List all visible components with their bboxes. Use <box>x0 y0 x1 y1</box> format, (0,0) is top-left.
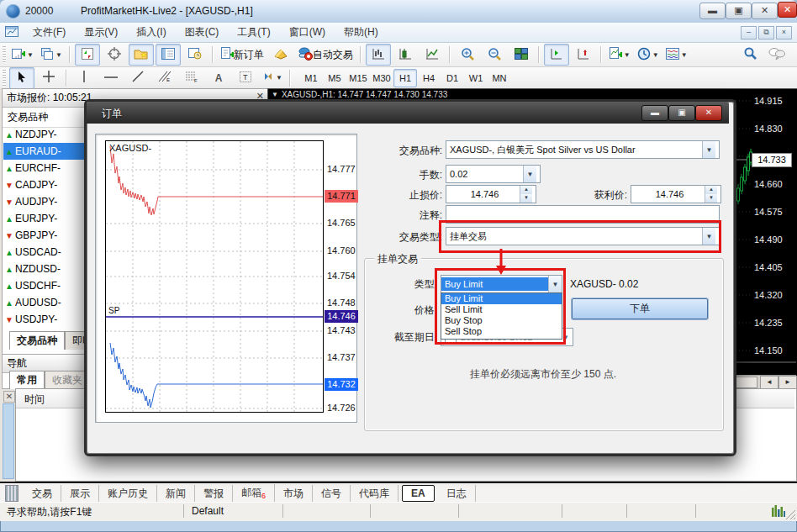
tf-mn-button[interactable]: MN <box>488 69 511 87</box>
tab-account-history[interactable]: 账户历史 <box>99 485 157 503</box>
stop-loss-spinner[interactable]: 14.746 ▲▼ <box>446 185 536 203</box>
autotrading-button[interactable]: 自动交易 <box>295 44 356 66</box>
bar-chart-button[interactable] <box>366 44 391 66</box>
tab-signals[interactable]: 信号 <box>313 485 351 503</box>
zoom-in-button[interactable] <box>455 44 480 66</box>
menu-help[interactable]: 帮助(H) <box>335 23 388 42</box>
tf-w1-button[interactable]: W1 <box>464 69 488 87</box>
tab-exposure[interactable]: 展示 <box>61 485 99 503</box>
tab-journal[interactable]: 日志 <box>438 485 476 503</box>
vline-tool-button[interactable] <box>71 67 97 89</box>
line-chart-button[interactable] <box>420 44 445 66</box>
symbol-combobox[interactable]: XAGUSD-, 白银美元 Spot Silver vs US Dollar ▼ <box>446 140 720 159</box>
minimize-button[interactable]: ▬ <box>699 3 726 19</box>
tf-h1-button[interactable]: H1 <box>393 69 417 87</box>
scroll-right-button[interactable]: ► <box>779 376 797 389</box>
market-watch-row[interactable]: USDJPY- <box>3 311 96 328</box>
child-minimize-button[interactable]: – <box>741 26 757 40</box>
new-order-button[interactable]: 新订单 <box>218 44 267 66</box>
menu-tools[interactable]: 工具(T) <box>228 23 279 42</box>
scroll-left-button[interactable]: ◄ <box>760 376 779 389</box>
terminal-button[interactable] <box>156 44 181 66</box>
tf-h4-button[interactable]: H4 <box>417 69 441 87</box>
menu-view[interactable]: 显示(V) <box>75 23 127 42</box>
tab-favorites[interactable]: 收藏夹 <box>45 371 90 389</box>
panel-handle-icon[interactable] <box>5 485 18 502</box>
resize-grip[interactable] <box>785 509 796 520</box>
spinner-buttons[interactable]: ▲▼ <box>705 186 717 203</box>
chart-menu-icon[interactable]: ▼ <box>272 91 278 98</box>
volume-combobox[interactable]: 0.02 ▼ <box>446 165 541 183</box>
tf-d1-button[interactable]: D1 <box>441 69 464 87</box>
market-watch-button[interactable] <box>75 44 100 66</box>
text-tool-button[interactable]: A <box>206 67 231 89</box>
title-bar[interactable]: 20000 ProfitMarketHK-Live2 - [XAGUSD-,H1… <box>0 0 797 23</box>
tile-windows-button[interactable] <box>509 44 534 66</box>
status-profile[interactable]: Default <box>192 505 224 517</box>
symbol-column-header[interactable]: 交易品种 <box>3 108 97 128</box>
navigator-button[interactable] <box>129 44 154 66</box>
spin-up-icon[interactable]: ▲ <box>520 186 532 194</box>
tab-trade[interactable]: 交易 <box>24 485 61 503</box>
spin-down-icon[interactable]: ▼ <box>705 194 717 203</box>
chevron-down-icon[interactable]: ▼ <box>523 166 536 182</box>
trendline-tool-button[interactable] <box>125 67 150 89</box>
tab-common[interactable]: 常用 <box>9 371 45 389</box>
tf-m5-button[interactable]: M5 <box>323 69 346 87</box>
channel-tool-button[interactable]: E <box>152 67 177 89</box>
dialog-close-button[interactable]: ✕ <box>695 105 722 121</box>
close-button[interactable]: ✕ <box>752 3 778 19</box>
maximize-button[interactable]: ▣ <box>726 3 752 19</box>
child-restore-button[interactable]: ⧉ <box>758 26 774 40</box>
menu-charts[interactable]: 图表(C) <box>176 23 229 42</box>
candlestick-button[interactable] <box>393 44 418 66</box>
label-tool-button[interactable]: T <box>233 67 258 89</box>
spin-down-icon[interactable]: ▼ <box>520 194 532 203</box>
dialog-minimize-button[interactable]: ▬ <box>641 105 668 121</box>
market-watch-row[interactable]: AUDJPY- <box>3 193 96 210</box>
new-chart-button[interactable]: ▼ <box>9 44 36 66</box>
cursor-tool-button[interactable] <box>9 67 34 89</box>
metaeditor-button[interactable] <box>268 44 293 66</box>
community-button[interactable] <box>764 44 789 66</box>
auto-scroll-button[interactable] <box>571 44 596 66</box>
child-close-button[interactable]: × <box>776 26 792 40</box>
menu-file[interactable]: 文件(F) <box>24 23 75 42</box>
periods-button[interactable]: ▼ <box>635 44 662 66</box>
tab-market[interactable]: 市场 <box>275 485 313 503</box>
profiles-button[interactable]: ▼ <box>38 44 65 66</box>
spinner-buttons[interactable]: ▲▼ <box>520 186 532 203</box>
market-watch-row[interactable]: GBPJPY- <box>3 227 96 244</box>
market-watch-row[interactable]: CADJPY- <box>3 176 96 193</box>
time-column-header[interactable]: 时间 <box>24 392 45 407</box>
dialog-title-bar[interactable]: 订单 ▬ ▣ ✕ <box>87 102 729 124</box>
tab-news[interactable]: 新闻 <box>157 485 195 503</box>
market-watch-row-selected[interactable]: EURAUD- <box>3 143 96 160</box>
menu-window[interactable]: 窗口(W) <box>280 23 335 42</box>
market-watch-row[interactable]: AUDUSD- <box>3 294 96 311</box>
data-window-button[interactable] <box>102 44 127 66</box>
chart-shift-button[interactable] <box>544 44 569 66</box>
zoom-out-button[interactable] <box>482 44 507 66</box>
market-watch-row[interactable]: NZDUSD- <box>3 261 96 277</box>
tf-m15-button[interactable]: M15 <box>346 69 370 87</box>
fibonacci-tool-button[interactable]: F <box>179 67 204 89</box>
toolbar-grip[interactable] <box>3 46 6 63</box>
tab-alerts[interactable]: 警报 <box>195 485 233 503</box>
terminal-side-strip[interactable] <box>3 403 14 479</box>
crosshair-tool-button[interactable] <box>36 67 61 89</box>
tab-ea[interactable]: EA <box>402 485 435 502</box>
terminal-close-icon[interactable]: ✕ <box>3 391 15 403</box>
templates-button[interactable]: ▼ <box>663 44 690 66</box>
market-watch-row[interactable]: NZDJPY- <box>3 126 96 143</box>
chevron-down-icon[interactable]: ▼ <box>702 141 715 158</box>
toolbar-grip[interactable] <box>3 70 6 87</box>
tf-m30-button[interactable]: M30 <box>370 69 393 87</box>
market-watch-row[interactable]: USDCAD- <box>3 244 96 261</box>
tf-m1-button[interactable]: M1 <box>299 69 323 87</box>
arrows-tool-button[interactable]: ▼ <box>260 67 285 89</box>
menu-insert[interactable]: 插入(I) <box>127 23 175 42</box>
hline-tool-button[interactable] <box>98 67 124 89</box>
market-watch-row[interactable]: EURCHF- <box>3 160 96 176</box>
search-button[interactable] <box>737 44 763 66</box>
